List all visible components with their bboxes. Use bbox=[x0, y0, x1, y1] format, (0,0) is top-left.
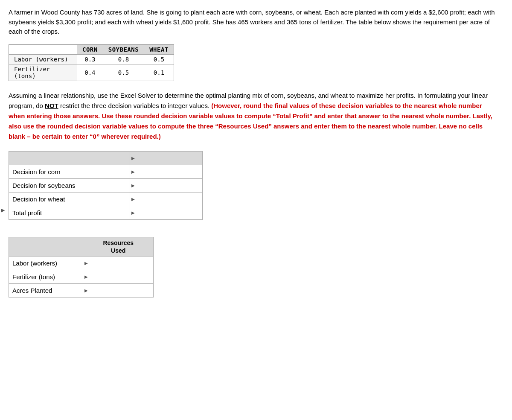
decision-input-total-profit[interactable] bbox=[130, 206, 202, 219]
resources-header-text: ResourcesUsed bbox=[103, 239, 134, 254]
instructions-block: Assuming a linear relationship, use the … bbox=[9, 90, 495, 142]
requirements-table-container: CORN SOYBEANS WHEAT Labor (workers) 0.3 … bbox=[9, 44, 503, 81]
req-label-labor: Labor (workers) bbox=[9, 54, 77, 64]
resources-header-label: ResourcesUsed bbox=[83, 237, 154, 256]
intro-text: A farmer in Wood County has 730 acres of… bbox=[9, 8, 495, 37]
decision-table: Decision for corn Decision for soybeans … bbox=[9, 151, 203, 220]
resources-table: ResourcesUsed Labor (workers) Fertilizer… bbox=[9, 237, 154, 298]
decision-label-wheat: Decision for wheat bbox=[9, 192, 130, 206]
decision-input-wheat-cell bbox=[130, 192, 203, 206]
resources-input-acres-cell bbox=[83, 283, 154, 297]
resources-header-empty bbox=[9, 237, 83, 256]
resources-label-acres: Acres Planted bbox=[9, 283, 83, 297]
resources-row-labor: Labor (workers) bbox=[9, 256, 154, 270]
resources-input-fertilizer[interactable] bbox=[83, 270, 153, 283]
resources-row-fertilizer: Fertilizer (tons) bbox=[9, 270, 154, 283]
decision-input-soybeans[interactable] bbox=[130, 179, 202, 192]
resources-table-container: ResourcesUsed Labor (workers) Fertilizer… bbox=[9, 237, 503, 298]
decision-header-input bbox=[130, 151, 203, 165]
decision-input-corn-cell bbox=[130, 165, 203, 178]
req-wheat-fertilizer: 0.1 bbox=[144, 64, 174, 81]
req-corn-labor: 0.3 bbox=[77, 54, 103, 64]
req-header-empty bbox=[9, 44, 77, 54]
decision-input-total-profit-cell bbox=[130, 206, 203, 219]
decision-row-soybeans: Decision for soybeans bbox=[9, 178, 203, 192]
decision-input-soybeans-cell bbox=[130, 178, 203, 192]
resources-input-labor[interactable] bbox=[83, 257, 153, 270]
req-header-wheat: WHEAT bbox=[144, 44, 174, 54]
req-corn-fertilizer: 0.4 bbox=[77, 64, 103, 81]
req-wheat-labor: 0.5 bbox=[144, 54, 174, 64]
req-label-fertilizer: Fertilizer (tons) bbox=[9, 64, 77, 81]
req-header-soybeans: SOYBEANS bbox=[103, 44, 144, 54]
req-row-labor: Labor (workers) 0.3 0.8 0.5 bbox=[9, 54, 174, 64]
instructions-normal-2: restrict the three decision variables to… bbox=[58, 102, 212, 109]
req-soybeans-labor: 0.8 bbox=[103, 54, 144, 64]
decision-label-soybeans: Decision for soybeans bbox=[9, 178, 130, 192]
decision-row-total-profit: Total profit bbox=[9, 206, 203, 219]
decision-table-container: Decision for corn Decision for soybeans … bbox=[9, 151, 503, 220]
resources-label-fertilizer: Fertilizer (tons) bbox=[9, 270, 83, 283]
req-header-corn: CORN bbox=[77, 44, 103, 54]
requirements-table: CORN SOYBEANS WHEAT Labor (workers) 0.3 … bbox=[9, 44, 174, 81]
resources-input-fertilizer-cell bbox=[83, 270, 154, 283]
resources-row-acres: Acres Planted bbox=[9, 283, 154, 297]
decision-input-wheat[interactable] bbox=[130, 192, 202, 206]
decision-input-corn[interactable] bbox=[130, 165, 202, 178]
resources-input-labor-cell bbox=[83, 256, 154, 270]
req-soybeans-fertilizer: 0.5 bbox=[103, 64, 144, 81]
resources-input-acres[interactable] bbox=[83, 284, 153, 297]
decision-label-total-profit: Total profit bbox=[9, 206, 130, 219]
decision-row-wheat: Decision for wheat bbox=[9, 192, 203, 206]
decision-label-corn: Decision for corn bbox=[9, 165, 130, 178]
not-label: NOT bbox=[45, 102, 58, 109]
decision-header-label bbox=[9, 151, 130, 165]
decision-row-corn: Decision for corn bbox=[9, 165, 203, 178]
req-row-fertilizer: Fertilizer (tons) 0.4 0.5 0.1 bbox=[9, 64, 174, 81]
resources-label-labor: Labor (workers) bbox=[9, 256, 83, 270]
